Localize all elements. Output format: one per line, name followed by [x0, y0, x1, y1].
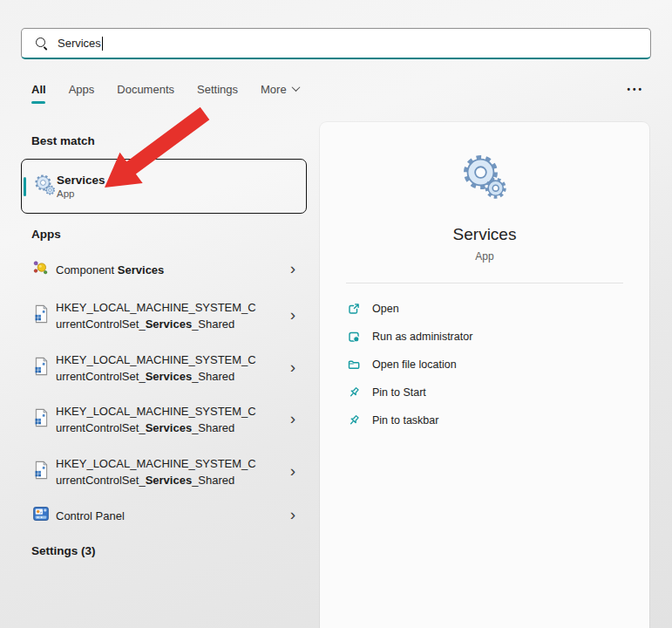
action-open-file-location[interactable]: Open file location [320, 351, 649, 379]
result-component-services[interactable]: Component Services › [21, 251, 307, 288]
search-icon [35, 37, 49, 51]
action-pin-to-taskbar[interactable]: Pin to taskbar [320, 406, 649, 434]
result-label: HKEY_LOCAL_MACHINE_SYSTEM_C urrentContro… [56, 352, 272, 385]
search-value: Services [58, 37, 101, 50]
best-match-subtitle: App [57, 188, 105, 201]
tab-documents-label: Documents [117, 83, 174, 96]
control-panel-icon [32, 505, 50, 526]
tab-apps-label: Apps [69, 83, 95, 96]
result-label: HKEY_LOCAL_MACHINE_SYSTEM_C urrentContro… [56, 299, 272, 332]
tab-more[interactable]: More [261, 83, 299, 104]
chevron-right-icon[interactable]: › [290, 358, 295, 377]
pin-icon [347, 386, 361, 399]
services-gears-icon-large [459, 152, 510, 206]
tab-selected-indicator [31, 101, 45, 104]
tab-settings-label: Settings [197, 83, 238, 96]
result-label: Control Panel [56, 508, 272, 524]
best-match-item-services[interactable]: Services App [21, 159, 307, 214]
registry-file-icon [32, 356, 51, 380]
services-gears-icon [33, 173, 57, 200]
action-open[interactable]: Open [320, 295, 649, 323]
action-label: Open file location [372, 358, 457, 371]
result-label: Component Services [56, 262, 272, 278]
action-label: Pin to taskbar [372, 414, 438, 427]
result-registry-item[interactable]: HKEY_LOCAL_MACHINE_SYSTEM_C urrentContro… [21, 345, 307, 391]
preview-title: Services [453, 225, 517, 244]
registry-file-icon [32, 460, 51, 484]
tab-all[interactable]: All [31, 83, 46, 104]
tab-all-label: All [31, 83, 46, 96]
action-list: Open Run as administrator Open file loca… [320, 295, 649, 434]
result-registry-item[interactable]: HKEY_LOCAL_MACHINE_SYSTEM_C urrentContro… [21, 293, 307, 338]
preview-subtitle: App [475, 250, 493, 263]
action-label: Open [372, 303, 399, 315]
action-label: Pin to Start [372, 386, 426, 399]
preview-panel: Services App Open Run as administrator O… [320, 122, 649, 628]
action-label: Run as administrator [372, 331, 472, 343]
result-label: HKEY_LOCAL_MACHINE_SYSTEM_C urrentContro… [56, 403, 272, 436]
overflow-menu-button[interactable]: ••• [627, 85, 644, 94]
run-admin-icon [347, 330, 361, 344]
component-services-icon [32, 259, 50, 280]
chevron-right-icon[interactable]: › [290, 461, 295, 481]
open-external-icon [347, 302, 361, 316]
result-control-panel[interactable]: Control Panel › [21, 497, 307, 534]
registry-file-icon [32, 407, 51, 432]
divider [346, 283, 623, 283]
chevron-down-icon [291, 83, 300, 92]
result-label: HKEY_LOCAL_MACHINE_SYSTEM_C urrentContro… [56, 455, 272, 488]
tab-apps[interactable]: Apps [69, 83, 95, 104]
tab-more-label: More [261, 83, 287, 96]
tab-documents[interactable]: Documents [117, 83, 174, 104]
folder-icon [347, 358, 361, 372]
registry-file-icon [32, 304, 51, 328]
result-registry-item[interactable]: HKEY_LOCAL_MACHINE_SYSTEM_C urrentContro… [21, 397, 307, 442]
action-pin-to-start[interactable]: Pin to Start [320, 379, 649, 406]
tab-settings[interactable]: Settings [197, 83, 238, 104]
chevron-right-icon[interactable]: › [290, 259, 295, 278]
selection-accent-bar [24, 177, 26, 196]
best-match-heading: Best match [31, 134, 95, 147]
chevron-right-icon[interactable]: › [290, 505, 295, 524]
apps-heading: Apps [31, 228, 61, 241]
search-filter-tabs: All Apps Documents Settings More [31, 83, 299, 104]
chevron-right-icon[interactable]: › [290, 409, 295, 428]
pin-icon [347, 413, 361, 427]
settings-heading: Settings (3) [31, 544, 96, 557]
chevron-right-icon[interactable]: › [290, 305, 295, 324]
best-match-title: Services [57, 173, 105, 188]
result-registry-item[interactable]: HKEY_LOCAL_MACHINE_SYSTEM_C urrentContro… [21, 449, 307, 495]
search-input[interactable]: Services [21, 28, 651, 59]
text-caret [102, 37, 103, 51]
action-run-as-administrator[interactable]: Run as administrator [320, 323, 649, 351]
